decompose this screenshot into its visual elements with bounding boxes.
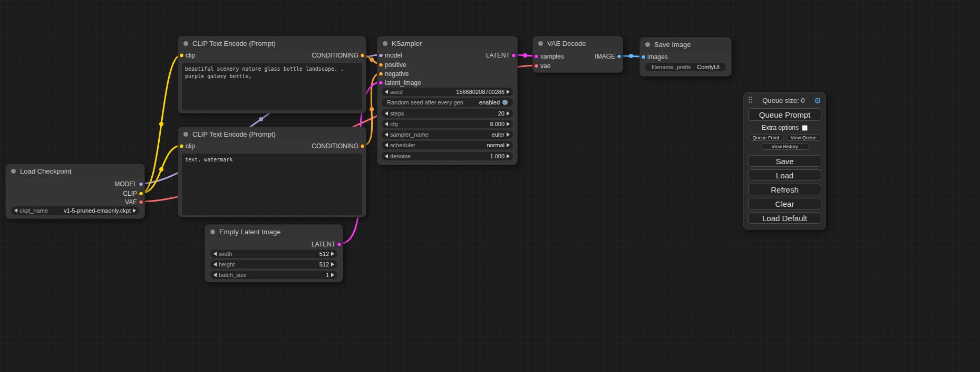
view-history-button[interactable]: View History [761,143,809,150]
collapse-dot-icon[interactable] [210,230,215,234]
queue-prompt-button[interactable]: Queue Prompt [748,108,821,121]
widget-value: 1 [326,272,329,278]
positive-prompt-textarea[interactable]: beautiful scenery nature glass bottle la… [182,63,362,110]
empty-latent-image-node[interactable]: Empty Latent Image LATENT width 512 heig… [205,224,343,282]
vae-decode-node[interactable]: VAE Decode samples IMAGE vae [532,36,623,73]
image-output-slot[interactable] [617,54,622,59]
slot-row: latent_image [377,79,517,87]
model-output-slot[interactable] [139,182,143,187]
widget-label: ckpt_name [20,207,48,214]
increment-arrow-icon[interactable] [507,132,510,137]
vae-input-slot[interactable] [534,64,539,69]
node-title: VAE Decode [547,40,586,47]
ckpt-name-widget[interactable]: ckpt_name v1-5-pruned-emaonly.ckpt [11,206,139,215]
save-button[interactable]: Save [748,155,821,167]
collapse-dot-icon[interactable] [183,41,188,46]
ksampler-node[interactable]: KSampler model LATENT positive negative … [377,36,518,165]
decrement-arrow-icon[interactable] [385,143,388,147]
decrement-arrow-icon[interactable] [214,262,217,266]
collapse-dot-icon[interactable] [11,169,16,174]
latent-output-slot[interactable] [511,53,516,58]
collapse-dot-icon[interactable] [183,132,188,137]
conditioning-output-slot[interactable] [360,144,365,149]
load-button[interactable]: Load [748,169,821,181]
increment-arrow-icon[interactable] [331,262,334,266]
load-default-button[interactable]: Load Default [748,212,821,224]
node-title-bar[interactable]: Save Image [640,37,731,51]
slot-label: clip [186,142,195,150]
images-input-slot[interactable] [641,55,646,60]
widget-value: 512 [319,261,329,268]
model-input-slot[interactable] [379,53,383,58]
node-title-bar[interactable]: Empty Latent Image [205,225,343,239]
cfg-widget[interactable]: cfg 8.000 [382,120,513,128]
increment-arrow-icon[interactable] [507,143,510,147]
decrement-arrow-icon[interactable] [385,111,388,116]
increment-arrow-icon[interactable] [507,122,510,126]
widget-label: seed [390,89,403,95]
wire-midpoint-dot [370,107,374,111]
latent-output-slot[interactable] [337,242,342,247]
latent-image-input-slot[interactable] [379,81,383,85]
increment-arrow-icon[interactable] [507,90,510,94]
steps-widget[interactable]: steps 20 [382,109,513,118]
increment-arrow-icon[interactable] [331,252,334,256]
collapse-dot-icon[interactable] [645,42,650,47]
node-title-bar[interactable]: Load Checkpoint [6,164,144,178]
seed-widget[interactable]: seed 156680208700286 [382,88,513,96]
clip-text-encode-negative-node[interactable]: CLIP Text Encode (Prompt) clip CONDITION… [178,127,366,217]
decrement-arrow-icon[interactable] [214,252,217,256]
widget-value: enabled [479,99,500,106]
slot-label: clip [186,52,195,59]
decrement-arrow-icon[interactable] [385,90,388,94]
clip-output-slot[interactable] [139,192,143,196]
positive-input-slot[interactable] [379,63,383,68]
decrement-arrow-icon[interactable] [14,208,17,213]
wire-midpoint-dot [523,53,527,58]
node-title-bar[interactable]: CLIP Text Encode (Prompt) [178,36,366,50]
node-title-bar[interactable]: CLIP Text Encode (Prompt) [178,127,366,141]
sampler-name-widget[interactable]: sampler_name euler [382,130,513,139]
menu-drag-handle-icon[interactable] [748,96,753,105]
increment-arrow-icon[interactable] [507,111,510,116]
settings-gear-icon[interactable]: ⚙ [814,97,821,104]
save-image-node[interactable]: Save Image images filename_prefix ComfyU… [639,37,732,77]
increment-arrow-icon[interactable] [331,273,334,277]
clip-input-slot[interactable] [179,144,184,149]
queue-front-button[interactable]: Queue Front [748,134,784,141]
collapse-dot-icon[interactable] [383,41,387,46]
decrement-arrow-icon[interactable] [385,132,388,137]
decrement-arrow-icon[interactable] [385,154,388,158]
samples-input-slot[interactable] [534,54,539,59]
vae-output-slot[interactable] [139,200,143,205]
decrement-arrow-icon[interactable] [385,122,388,126]
node-title-bar[interactable]: VAE Decode [533,36,623,50]
refresh-button[interactable]: Refresh [748,184,821,195]
slot-label: samples [540,53,564,60]
increment-arrow-icon[interactable] [507,154,510,158]
load-checkpoint-node[interactable]: Load Checkpoint MODEL CLIP VAE ckpt_name… [5,164,145,219]
decrement-arrow-icon[interactable] [214,273,217,277]
widget-label: height [219,261,235,268]
widget-label: scheduler [390,142,415,148]
batch-size-widget[interactable]: batch_size 1 [210,271,337,279]
negative-prompt-textarea[interactable]: text, watermark [182,154,362,215]
height-widget[interactable]: height 512 [210,260,337,269]
view-queue-button[interactable]: View Queue [786,134,822,141]
width-widget[interactable]: width 512 [210,250,337,258]
filename-prefix-widget[interactable]: filename_prefix ComfyUI [645,63,726,71]
toggle-on-icon[interactable] [502,100,508,105]
clip-input-slot[interactable] [179,53,184,58]
conditioning-output-slot[interactable] [360,53,365,58]
scheduler-widget[interactable]: scheduler normal [382,141,513,149]
clip-text-encode-positive-node[interactable]: CLIP Text Encode (Prompt) clip CONDITION… [178,36,366,113]
slot-label: LATENT [486,52,510,59]
random-seed-toggle-widget[interactable]: Random seed after every gen enabled [382,98,513,107]
denoise-widget[interactable]: denoise 1.000 [382,152,513,160]
clear-button[interactable]: Clear [748,198,821,209]
node-title-bar[interactable]: KSampler [377,36,517,50]
negative-input-slot[interactable] [379,72,383,77]
extra-options-checkbox[interactable] [802,125,808,131]
increment-arrow-icon[interactable] [133,208,136,213]
collapse-dot-icon[interactable] [538,41,543,46]
